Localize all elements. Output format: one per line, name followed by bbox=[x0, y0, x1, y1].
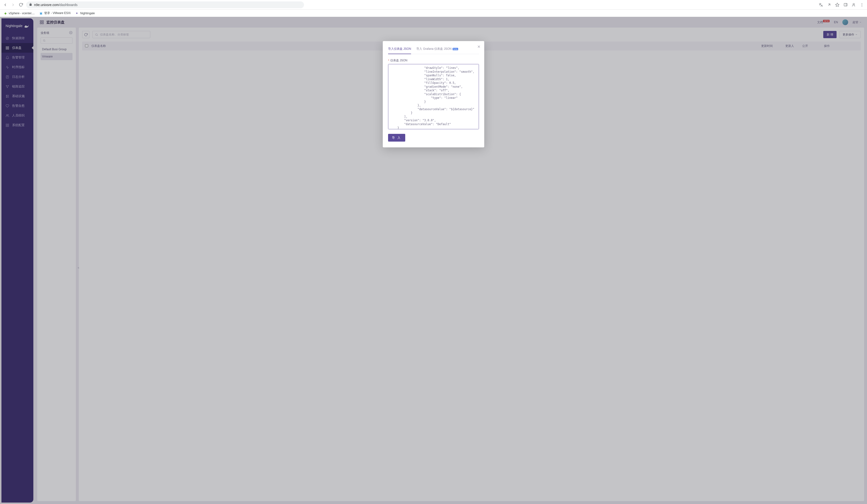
forward-button[interactable] bbox=[11, 2, 15, 7]
tab-import-json[interactable]: 导入仪表盘 JSON bbox=[388, 46, 411, 54]
menu-icon[interactable] bbox=[860, 3, 864, 7]
svg-point-6 bbox=[862, 6, 862, 6]
star-icon[interactable] bbox=[835, 3, 839, 7]
svg-point-5 bbox=[862, 4, 862, 5]
browser-toolbar: n9e.unixsre.com/dashboards bbox=[0, 0, 867, 10]
svg-rect-1 bbox=[844, 3, 847, 6]
panel-icon[interactable] bbox=[843, 3, 848, 7]
vsphere-icon: ◆ bbox=[3, 11, 7, 15]
profile-icon[interactable] bbox=[852, 3, 856, 7]
svg-marker-0 bbox=[836, 3, 839, 6]
share-icon[interactable] bbox=[827, 3, 831, 7]
bookmarks-bar: ◆ vSphere - vcenter.... ▣ 登录 - VMware ES… bbox=[0, 10, 867, 17]
back-button[interactable] bbox=[3, 2, 8, 7]
json-textarea[interactable] bbox=[388, 64, 479, 129]
bookmark-nightingale[interactable]: ✦ Nightingale bbox=[75, 11, 95, 15]
bookmark-esxi[interactable]: ▣ 登录 - VMware ESXi bbox=[39, 11, 71, 15]
modal-overlay[interactable]: ✕ 导入仪表盘 JSON 导入 Grafana 仪表盘 JSON beta *仪… bbox=[0, 17, 867, 504]
esxi-icon: ▣ bbox=[39, 11, 43, 15]
address-bar[interactable]: n9e.unixsre.com/dashboards bbox=[26, 1, 304, 8]
beta-badge: beta bbox=[452, 48, 458, 50]
tab-import-grafana[interactable]: 导入 Grafana 仪表盘 JSON beta bbox=[416, 46, 458, 54]
lock-icon bbox=[29, 3, 32, 7]
json-field-label: *仪表盘 JSON bbox=[388, 58, 479, 63]
reload-button[interactable] bbox=[18, 2, 23, 7]
url-host: n9e.unixsre.com/dashboards bbox=[34, 3, 77, 7]
svg-point-4 bbox=[862, 3, 862, 4]
nightingale-icon: ✦ bbox=[75, 11, 79, 15]
translate-icon[interactable] bbox=[819, 3, 823, 7]
import-dashboard-modal: ✕ 导入仪表盘 JSON 导入 Grafana 仪表盘 JSON beta *仪… bbox=[383, 41, 484, 147]
bookmark-label: Nightingale bbox=[80, 12, 95, 15]
bookmark-label: vSphere - vcenter.... bbox=[9, 12, 34, 15]
close-icon[interactable]: ✕ bbox=[477, 44, 480, 49]
svg-point-3 bbox=[853, 3, 854, 5]
import-button[interactable]: 导 入 bbox=[388, 134, 405, 142]
bookmark-label: 登录 - VMware ESXi bbox=[44, 11, 71, 15]
bookmark-vsphere[interactable]: ◆ vSphere - vcenter.... bbox=[3, 11, 34, 15]
